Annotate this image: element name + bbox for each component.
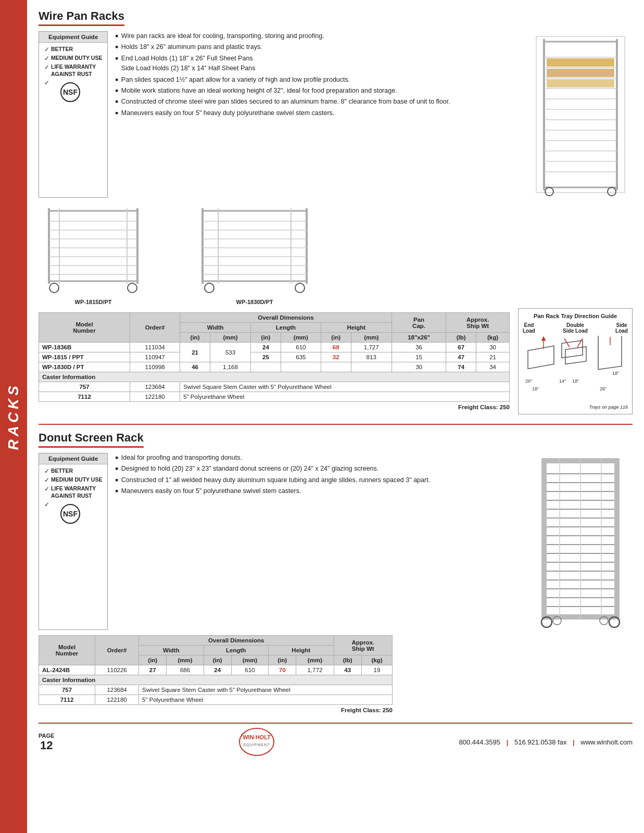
svg-rect-68 [541,458,547,620]
page-number-box: Page 12 [39,733,54,752]
guide-warranty-label-2: Life WarrantyAgainst Rust [51,485,96,499]
col-width-in-2: (in) [139,655,167,665]
cell-len-mm-2: 610 [231,665,268,675]
section1-bullets: Wire pan racks are ideal for cooling, tr… [115,31,521,198]
tall-rack-svg [531,31,630,198]
cell-len-in: 25 [251,352,281,362]
col-lb-2: (lb) [334,655,361,665]
guide-item-warranty: ✓ Life WarrantyAgainst Rust [44,64,102,78]
cell-width-mm: 1,168 [210,362,250,372]
equipment-guide-1: Equipment Guide ✓ Better ✓ Medium Duty U… [39,31,108,198]
cell-h-in: 68 [321,343,351,352]
bullet-item: Designed to hold (20) 23" x 23" standard… [115,464,521,474]
guide-item-warranty-2: ✓ Life WarrantyAgainst Rust [44,485,102,499]
guide-better-label-2: Better [51,468,73,475]
cell-model: WP-1836B [39,343,130,352]
caster-order: 123684 [130,382,180,392]
table-wrapper-2: ModelNumber Order# Overall Dimensions Ap… [39,635,393,713]
cell-len-mm [281,362,321,372]
guide-better-label: Better [51,46,73,53]
svg-point-20 [545,187,553,196]
product-image-donut-rack [528,453,633,630]
table-row: WP-1815 / PPT 110947 25 635 32 813 15 47… [39,352,510,362]
tray-guide-cols: EndLoad DoubleSide Load SideLoad [523,322,628,334]
cell-len-mm: 610 [281,343,321,352]
svg-rect-17 [547,58,614,67]
caster-desc-2: 5" Polyurethane Wheel [139,695,393,705]
svg-point-49 [295,283,305,293]
col-kg: (kg) [476,333,510,343]
svg-point-34 [128,283,137,293]
cell-cap: 30 [392,362,446,372]
col-len-in-2: (in) [204,655,231,665]
caster-model-2: 7112 [39,695,95,705]
col-width-mm-2: (mm) [167,655,204,665]
product-image-tall-rack [528,31,633,198]
caster-header: Caster Information [39,372,510,382]
cell-kg: 30 [476,343,510,352]
tray-col-double: DoubleSide Load [563,322,588,334]
section1-title: Wire Pan Racks [39,9,124,26]
tray-guide-box: Pan Rack Tray Direction Guide EndLoad Do… [518,308,633,414]
cell-lb: 74 [446,362,476,372]
cell-lb-2: 43 [334,665,361,675]
check-icon: ✓ [44,46,49,53]
cell-width-in-2: 27 [139,665,167,675]
caster-order-2: 123684 [95,685,139,695]
guide-item-better-2: ✓ Better [44,468,102,475]
svg-rect-57 [565,347,586,364]
guide-item-better: ✓ Better [44,46,102,53]
fax-number: 516.921.0538 fax [514,738,566,746]
col-len-mm-2: (mm) [231,655,268,665]
nsf-badge: NSF [60,82,80,102]
cell-kg: 34 [476,362,510,372]
caster-row: 7112 122180 5" Polyurethane Wheel [39,392,510,402]
col-height: Height [321,323,392,333]
table-row: AL-2424B 110226 27 686 24 610 70 1,772 4… [39,665,393,675]
cell-lb: 67 [446,343,476,352]
col-order: Order# [130,313,180,343]
caster-header-2: Caster Information [39,675,393,685]
cell-model: WP-1830D / PT [39,362,130,372]
check-icon: ✓ [44,476,49,484]
svg-point-33 [49,283,59,293]
rack-wp1830-svg [195,203,314,297]
guide-title-2: Equipment Guide [39,453,107,464]
cell-len-mm: 635 [281,352,321,362]
guide-medium-label-2: Medium Duty Use [51,476,102,484]
freight-note-2: Freight Class: 250 [39,707,393,713]
bullet-item: Constructed of chrome steel wire pan sli… [115,97,521,107]
svg-text:18": 18" [532,386,539,392]
nsf-badge-2: NSF [60,504,80,524]
col-width: Width [180,323,251,333]
cell-h-mm [351,362,392,372]
col-ship-wt: Approx.Ship Wt [446,313,510,333]
product-label-wp1830: WP-1830D/PT [236,299,273,305]
bullet-item: Constructed of 1" all welded heavy duty … [115,475,521,485]
bullet-item: Maneuvers easily on four 5" polyurethane… [115,486,521,496]
tray-col-side: SideLoad [615,322,628,334]
cell-model: WP-1815 / PPT [39,352,130,362]
product-img-wp1815: WP-1815D/PT [39,203,148,305]
caster-desc-2: Swivel Square Stem Caster with 5" Polyur… [139,685,393,695]
svg-point-21 [608,187,616,196]
col-width-mm: (mm) [210,333,250,343]
divider-1: | [507,738,510,746]
col-model-2: ModelNumber [39,636,95,665]
website-url: www.winholt.com [580,738,633,746]
bullet-item: End Load Holds (1) 18" x 26" Full Sheet … [115,54,521,74]
cell-h-in [321,362,351,372]
col-length-2: Length [204,646,268,655]
cell-cap: 15 [392,352,446,362]
main-content: Wire Pan Racks Equipment Guide ✓ Better … [27,0,644,766]
guide-title-1: Equipment Guide [39,32,107,43]
product-label-wp1815: WP-1815D/PT [75,299,112,305]
tray-guide-title: Pan Rack Tray Direction Guide [523,313,628,319]
table-and-guide-row-1: ModelNumber Order# Overall Dimensions Pa… [39,308,633,414]
product-img-wp1830: WP-1830D/PT [195,203,314,305]
col-h-in: (in) [321,333,351,343]
divider-2: | [573,738,576,746]
sidebar: Racks [0,0,27,833]
section2-title: Donut Screen Rack [39,431,144,448]
caster-order: 122180 [130,392,180,402]
